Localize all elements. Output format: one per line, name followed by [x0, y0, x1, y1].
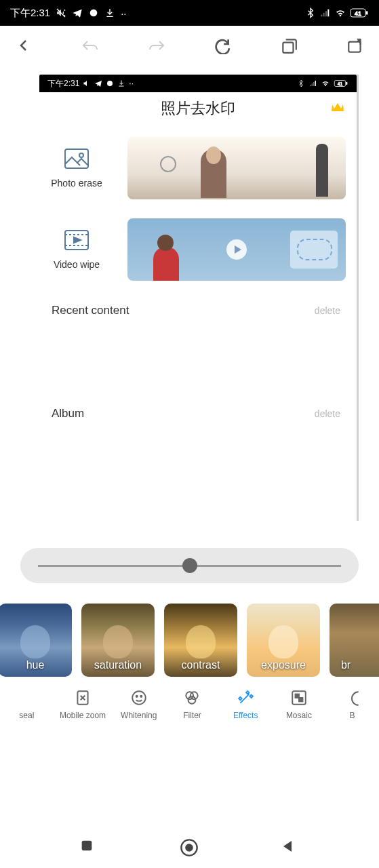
status-time: 下午2:31 — [10, 7, 50, 20]
album-body — [39, 426, 357, 521]
chat-icon — [106, 79, 114, 87]
filter-brightness[interactable]: br — [330, 604, 379, 677]
signal-icon — [320, 7, 331, 18]
tool-whitening[interactable]: Whitening — [119, 689, 159, 720]
svg-text:41: 41 — [355, 10, 361, 17]
outer-status-bar: 下午2:31 ·· 41 — [0, 0, 379, 26]
nav-home-button[interactable] — [180, 838, 200, 859]
history-forward-button[interactable] — [146, 35, 167, 56]
svg-point-33 — [186, 844, 192, 850]
crown-icon[interactable] — [331, 102, 344, 115]
svg-rect-2 — [323, 13, 325, 16]
svg-point-19 — [79, 153, 83, 157]
app-title: 照片去水印 — [161, 98, 235, 119]
svg-rect-12 — [312, 83, 313, 86]
filter-contrast[interactable]: contrast — [164, 604, 237, 677]
signal-icon — [309, 79, 317, 87]
system-nav-bar — [0, 829, 379, 868]
photo-erase-preview — [127, 137, 346, 199]
mosaic-icon — [290, 689, 308, 707]
mute-icon — [56, 7, 66, 18]
svg-text:41: 41 — [338, 81, 343, 86]
mobile-zoom-icon — [74, 689, 92, 707]
tabs-button[interactable] — [279, 35, 299, 56]
video-icon — [64, 229, 89, 251]
svg-rect-4 — [327, 9, 329, 17]
nav-back-button[interactable] — [279, 838, 300, 859]
effect-slider[interactable] — [20, 548, 359, 583]
feature-video-wipe[interactable]: Video wipe — [39, 206, 357, 288]
tool-filter[interactable]: Filter — [172, 689, 212, 720]
inner-app-viewport: 下午2:31 ·· 41 照片去水印 Photo erase — [39, 75, 359, 521]
effects-icon — [237, 689, 254, 707]
svg-rect-14 — [315, 81, 317, 86]
status-dots: ·· — [121, 7, 126, 19]
filter-hue[interactable]: hue — [0, 604, 72, 677]
svg-rect-1 — [321, 15, 322, 17]
refresh-button[interactable] — [212, 35, 233, 56]
tool-mobile-zoom[interactable]: Mobile zoom — [60, 689, 106, 720]
photo-erase-label: Photo erase — [51, 178, 102, 189]
svg-point-0 — [90, 9, 98, 17]
svg-rect-8 — [283, 43, 294, 53]
inner-status-time: 下午2:31 — [47, 78, 79, 90]
chat-icon — [88, 7, 99, 18]
tool-mosaic[interactable]: Mosaic — [279, 689, 319, 720]
bluetooth-icon — [297, 79, 305, 87]
svg-point-24 — [140, 696, 142, 697]
feature-photo-erase[interactable]: Photo erase — [39, 125, 357, 206]
svg-rect-13 — [313, 82, 315, 86]
partial-icon — [344, 689, 361, 707]
tool-effects[interactable]: Effects — [225, 689, 266, 720]
album-delete-button[interactable]: delete — [315, 408, 340, 419]
svg-rect-6 — [366, 12, 367, 14]
recent-title: Recent content — [52, 304, 129, 317]
bluetooth-icon — [305, 7, 316, 18]
history-back-button[interactable] — [80, 35, 100, 56]
download-icon — [117, 79, 125, 87]
svg-rect-31 — [82, 841, 92, 851]
tool-seal[interactable]: seal — [6, 689, 47, 720]
browser-toolbar — [0, 26, 379, 65]
wifi-icon — [321, 79, 330, 87]
recent-delete-button[interactable]: delete — [315, 305, 340, 316]
svg-point-26 — [191, 692, 198, 699]
album-title: Album — [52, 407, 84, 420]
inner-status-bar: 下午2:31 ·· 41 — [39, 75, 357, 92]
telegram-icon — [94, 79, 102, 87]
filter-saturation[interactable]: saturation — [81, 604, 155, 677]
photo-icon — [64, 148, 89, 170]
whitening-icon — [130, 689, 148, 707]
recent-content-body — [39, 323, 357, 391]
video-wipe-preview — [127, 218, 346, 281]
mute-icon — [83, 79, 91, 87]
battery-icon: 41 — [350, 7, 369, 18]
slider-thumb[interactable] — [182, 558, 197, 573]
play-icon — [226, 239, 247, 260]
share-button[interactable] — [345, 35, 365, 56]
tool-more[interactable]: B — [332, 689, 373, 720]
filter-icon — [183, 689, 201, 707]
video-wipe-label: Video wipe — [54, 259, 100, 270]
svg-rect-3 — [325, 11, 327, 16]
bottom-toolbar: seal Mobile zoom Whitening Filter Effect… — [0, 677, 379, 727]
app-header: 照片去水印 — [39, 92, 357, 125]
nav-recents-button[interactable] — [79, 838, 100, 859]
effects-filter-strip[interactable]: hue saturation contrast exposure br — [0, 597, 379, 677]
svg-rect-18 — [65, 149, 88, 168]
svg-rect-16 — [346, 83, 348, 85]
svg-rect-9 — [348, 42, 360, 52]
svg-point-22 — [132, 691, 146, 705]
album-section-header: Album delete — [39, 391, 357, 426]
browser-back-button[interactable] — [14, 35, 34, 56]
wifi-icon — [335, 7, 346, 18]
svg-point-27 — [188, 696, 196, 704]
svg-point-23 — [136, 696, 137, 697]
telegram-icon — [72, 7, 83, 18]
download-icon — [104, 7, 115, 18]
svg-rect-11 — [310, 85, 311, 86]
recent-section-header: Recent content delete — [39, 288, 357, 323]
svg-rect-30 — [299, 698, 302, 701]
filter-exposure[interactable]: exposure — [247, 604, 320, 677]
svg-point-10 — [107, 81, 113, 86]
